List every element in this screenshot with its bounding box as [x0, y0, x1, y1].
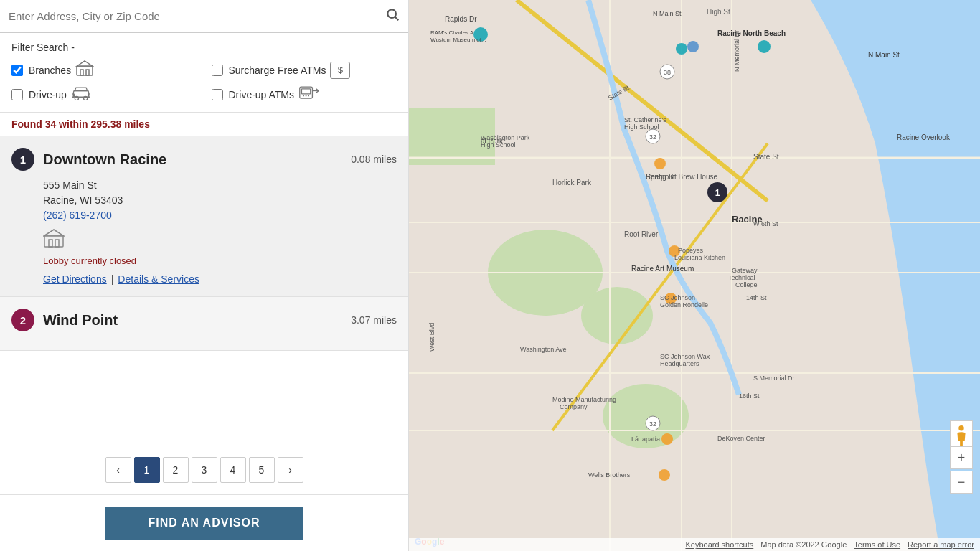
- svg-rect-21: [44, 235, 63, 247]
- driveup-checkbox[interactable]: [11, 89, 23, 100]
- map-data-label: Map data ©2022 Google: [760, 540, 847, 549]
- lobby-status-1: Lobby currently closed: [43, 255, 397, 266]
- svg-text:Golden Rondelle: Golden Rondelle: [660, 301, 708, 309]
- svg-text:SC Johnson: SC Johnson: [660, 294, 695, 301]
- left-panel: Filter Search - Branches: [0, 0, 409, 551]
- location-list: 1 Downtown Racine 0.08 miles 555 Main St…: [0, 136, 408, 446]
- location-number-2: 2: [11, 309, 34, 331]
- svg-point-46: [654, 158, 666, 169]
- report-map-error-link[interactable]: Report a map error: [908, 540, 974, 549]
- driveup-atms-text: Drive-up ATMs: [229, 89, 295, 100]
- svg-text:Horlick Park: Horlick Park: [552, 179, 592, 187]
- location-name-1: Downtown Racine: [43, 151, 166, 168]
- terms-of-use-link[interactable]: Terms of Use: [854, 540, 900, 549]
- svg-marker-8: [75, 88, 88, 90]
- svg-text:DeKoven Center: DeKoven Center: [717, 435, 765, 442]
- branches-icon: [75, 60, 94, 80]
- pagination: ‹ 1 2 3 4 5 ›: [0, 446, 408, 494]
- svg-text:Lá tapatía: Lá tapatía: [631, 435, 660, 443]
- location-address-line2-1: Racine, WI 53403: [43, 193, 397, 208]
- driveup-icon: [71, 86, 91, 103]
- location-name-2: Wind Point: [43, 312, 118, 329]
- search-input[interactable]: [9, 10, 380, 22]
- svg-text:Wells Brothers: Wells Brothers: [588, 471, 631, 479]
- svg-text:Washington Ave: Washington Ave: [520, 346, 567, 353]
- svg-text:Rapids Dr: Rapids Dr: [445, 15, 477, 23]
- svg-rect-7: [73, 91, 88, 98]
- svg-text:N Main St: N Main St: [653, 10, 682, 17]
- svg-rect-23: [55, 240, 59, 247]
- surcharge-atms-checkbox[interactable]: [212, 65, 223, 76]
- location-distance-2: 3.07 miles: [351, 314, 397, 326]
- svg-text:West Blvd: West Blvd: [428, 323, 435, 352]
- pagination-page-1[interactable]: 1: [134, 457, 160, 483]
- svg-point-0: [387, 9, 396, 18]
- svg-text:College: College: [735, 281, 758, 288]
- svg-text:S Memorial Dr: S Memorial Dr: [753, 375, 795, 382]
- svg-text:High School: High School: [481, 141, 516, 149]
- find-advisor-button[interactable]: FIND AN ADVISOR: [105, 507, 303, 540]
- driveup-atms-icon: [298, 85, 320, 103]
- map-zoom-controls: + −: [950, 446, 973, 494]
- svg-text:Gateway: Gateway: [732, 267, 758, 274]
- svg-text:Louisiana Kitchen: Louisiana Kitchen: [674, 254, 725, 261]
- location-address-1: 555 Main St Racine, WI 53403 (262) 619-2…: [43, 178, 397, 223]
- filter-title: Filter Search -: [11, 42, 397, 53]
- svg-point-50: [659, 469, 670, 481]
- map-panel: 1 Racine Rapids Dr N Main St High St Rac…: [409, 0, 980, 551]
- location-name-group-1: 1 Downtown Racine: [11, 148, 166, 171]
- pagination-page-4[interactable]: 4: [220, 457, 246, 483]
- location-number-1: 1: [11, 148, 34, 171]
- svg-point-44: [676, 43, 687, 55]
- keyboard-shortcuts-link[interactable]: Keyboard shortcuts: [685, 540, 753, 549]
- svg-text:N Memorial Dr: N Memorial Dr: [733, 30, 740, 72]
- svg-rect-4: [86, 70, 89, 75]
- pagination-page-2[interactable]: 2: [163, 457, 189, 483]
- svg-text:SC Johnson Wax: SC Johnson Wax: [660, 353, 710, 360]
- svg-rect-22: [49, 240, 52, 247]
- svg-text:Modine Manufacturing: Modine Manufacturing: [552, 396, 616, 403]
- pagination-prev[interactable]: ‹: [105, 457, 131, 483]
- driveup-atms-checkbox[interactable]: [212, 89, 223, 100]
- details-services-link-1[interactable]: Details & Services: [118, 273, 199, 285]
- actions-divider-1: |: [111, 273, 114, 285]
- map-svg: 1 Racine Rapids Dr N Main St High St Rac…: [409, 0, 980, 551]
- svg-text:32: 32: [649, 133, 656, 141]
- location-phone-1[interactable]: (262) 619-2700: [43, 208, 397, 223]
- get-directions-link-1[interactable]: Get Directions: [43, 273, 107, 285]
- svg-text:N Main St: N Main St: [868, 51, 900, 59]
- location-actions-1: Get Directions | Details & Services: [43, 273, 397, 285]
- driveup-label[interactable]: Drive-up: [29, 86, 91, 103]
- svg-point-51: [687, 41, 699, 52]
- branches-checkbox[interactable]: [11, 65, 23, 76]
- svg-text:High St: High St: [707, 8, 730, 16]
- svg-rect-3: [80, 70, 83, 75]
- location-item-1: 1 Downtown Racine 0.08 miles 555 Main St…: [0, 136, 408, 297]
- filter-surcharge-atms: Surcharge Free ATMs $: [212, 60, 397, 80]
- driveup-atms-label[interactable]: Drive-up ATMs: [229, 85, 321, 103]
- zoom-out-button[interactable]: −: [950, 471, 973, 494]
- svg-text:St. Catherine's: St. Catherine's: [624, 116, 666, 123]
- filter-grid: Branches Surcharge: [11, 60, 397, 103]
- svg-text:W 6th St: W 6th St: [753, 220, 778, 227]
- svg-text:RAM's Charles A.: RAM's Charles A.: [430, 29, 475, 36]
- branches-label[interactable]: Branches: [29, 60, 94, 80]
- search-button[interactable]: [385, 7, 400, 25]
- search-bar: [0, 0, 408, 33]
- branches-text: Branches: [29, 65, 71, 76]
- svg-text:38: 38: [664, 69, 671, 76]
- pagination-page-5[interactable]: 5: [249, 457, 275, 483]
- svg-text:Root River: Root River: [624, 230, 659, 238]
- svg-text:Racine Art Museum: Racine Art Museum: [631, 265, 694, 273]
- svg-point-27: [581, 287, 653, 344]
- pagination-page-3[interactable]: 3: [192, 457, 217, 483]
- location-header-1: 1 Downtown Racine 0.08 miles: [11, 148, 397, 171]
- pagination-next[interactable]: ›: [278, 457, 303, 483]
- surcharge-atms-text: Surcharge Free ATMs: [229, 65, 326, 76]
- svg-text:14th St: 14th St: [746, 294, 767, 301]
- svg-text:Technical: Technical: [728, 274, 755, 281]
- zoom-in-button[interactable]: +: [950, 446, 973, 469]
- surcharge-atms-label[interactable]: Surcharge Free ATMs $: [229, 62, 351, 79]
- location-icon-row-1: [43, 229, 397, 251]
- filter-driveup-atms: Drive-up ATMs: [212, 85, 397, 103]
